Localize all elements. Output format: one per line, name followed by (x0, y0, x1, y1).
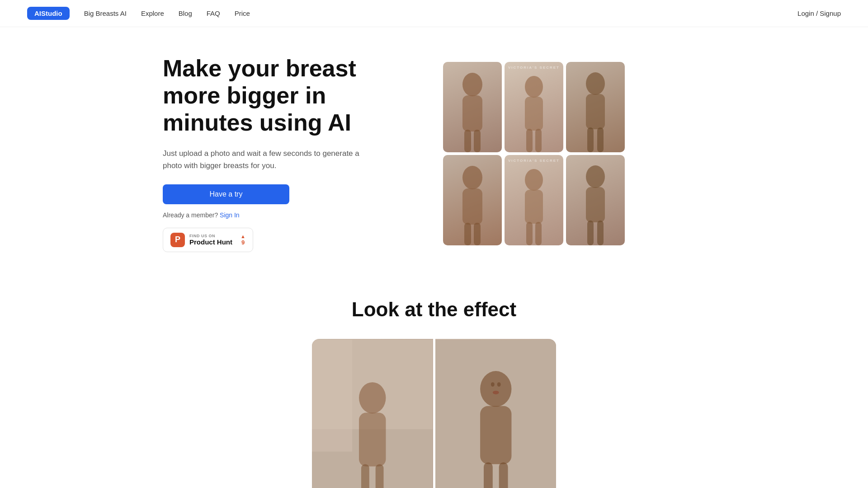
logo-button[interactable]: AIStudio (27, 7, 70, 20)
svg-rect-22 (587, 221, 594, 245)
svg-point-12 (462, 166, 482, 189)
producthunt-badge[interactable]: P FIND US ON Product Hunt ▲ 9 (163, 228, 253, 252)
signin-link[interactable]: Sign In (220, 211, 240, 219)
nav-faq[interactable]: FAQ (207, 9, 220, 17)
ph-name-label: Product Hunt (189, 238, 232, 246)
hero-image-grid: VICTORIA'S SECRET (443, 62, 625, 245)
producthunt-icon: P (170, 233, 185, 247)
effect-section: Look at the effect (0, 280, 868, 488)
svg-rect-13 (462, 188, 482, 225)
navbar: AIStudio Big Breasts AI Explore Blog FAQ… (0, 0, 868, 27)
svg-point-27 (359, 382, 386, 413)
nav-links: Big Breasts AI Explore Blog FAQ Price (84, 9, 797, 17)
effect-image-container (312, 339, 556, 488)
svg-point-8 (586, 72, 605, 95)
svg-rect-7 (535, 129, 542, 152)
ph-votes: ▲ 9 (241, 234, 245, 246)
grid-image-2: VICTORIA'S SECRET (505, 62, 563, 152)
svg-rect-33 (480, 406, 511, 464)
hero-content: Make your breast more bigger in minutes … (163, 55, 407, 252)
grid-image-5: VICTORIA'S SECRET (505, 155, 563, 245)
hero-subtitle: Just upload a photo and wait a few secon… (163, 147, 371, 172)
login-signup-button[interactable]: Login / Signup (797, 9, 841, 17)
svg-rect-3 (474, 130, 481, 152)
svg-rect-29 (361, 464, 369, 488)
producthunt-text: FIND US ON Product Hunt (189, 234, 232, 246)
nav-right: Login / Signup (797, 9, 841, 18)
ph-arrow-icon: ▲ (241, 234, 245, 239)
effect-before-image (312, 339, 434, 488)
svg-rect-1 (462, 95, 482, 131)
try-button[interactable]: Have a try (163, 184, 289, 204)
effect-title: Look at the effect (27, 298, 841, 321)
signin-line: Already a member? Sign In (163, 211, 407, 219)
grid-image-1 (443, 62, 502, 152)
effect-after-image (435, 339, 557, 488)
svg-rect-15 (474, 223, 481, 245)
svg-rect-18 (526, 222, 533, 245)
svg-rect-6 (526, 129, 533, 152)
svg-rect-10 (587, 127, 594, 152)
nav-explore[interactable]: Explore (141, 9, 164, 17)
svg-rect-9 (586, 94, 605, 129)
svg-rect-14 (464, 223, 471, 245)
svg-point-16 (525, 169, 543, 191)
svg-point-35 (497, 382, 500, 387)
svg-rect-5 (525, 97, 543, 131)
svg-point-32 (480, 371, 511, 407)
svg-rect-28 (359, 413, 386, 466)
svg-rect-19 (535, 222, 542, 245)
svg-rect-2 (464, 130, 471, 152)
svg-rect-11 (597, 127, 604, 152)
svg-point-0 (462, 73, 482, 96)
svg-point-36 (492, 391, 499, 394)
ph-vote-count: 9 (241, 239, 245, 246)
svg-point-20 (586, 165, 605, 188)
svg-rect-30 (376, 464, 384, 488)
svg-rect-23 (597, 221, 604, 245)
grid-image-6 (566, 155, 625, 245)
svg-rect-21 (586, 187, 605, 222)
svg-rect-17 (525, 190, 543, 224)
ph-find-label: FIND US ON (189, 234, 232, 238)
svg-rect-37 (484, 462, 493, 488)
nav-blog[interactable]: Blog (179, 9, 192, 17)
grid-image-3 (566, 62, 625, 152)
svg-point-34 (491, 382, 494, 387)
nav-big-breasts-ai[interactable]: Big Breasts AI (84, 9, 127, 17)
hero-section: Make your breast more bigger in minutes … (0, 27, 868, 280)
grid-image-4 (443, 155, 502, 245)
hero-title: Make your breast more bigger in minutes … (163, 55, 407, 136)
nav-price[interactable]: Price (235, 9, 250, 17)
svg-rect-26 (312, 340, 352, 452)
svg-point-4 (525, 76, 543, 98)
svg-rect-38 (499, 462, 508, 488)
